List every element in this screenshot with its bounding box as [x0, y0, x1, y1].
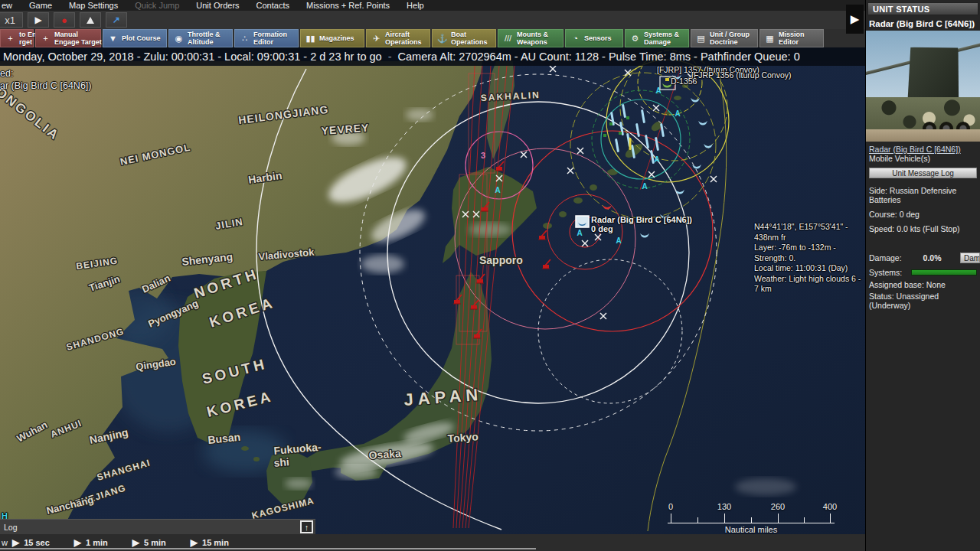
toolbar-button-unit-group-doctrine[interactable]: ▤Unit / GroupDoctrine [691, 29, 758, 47]
unit-status-panel: UNIT STATUS Radar (Big Bird C [64N6]) Ra… [865, 0, 980, 551]
menu-bar: ewGameMap SettingsQuick JumpUnit OrdersC… [0, 0, 865, 11]
selected-unit-icon[interactable] [576, 216, 589, 227]
facility-marker[interactable] [603, 134, 606, 137]
toolbar-icon: ▤ [694, 34, 707, 43]
unit-message-log-button[interactable]: Unit Message Log [869, 168, 977, 178]
play-arrow-icon[interactable]: ▶ [74, 537, 81, 548]
unit-subtitle: Mobile Vehicle(s) [866, 154, 980, 166]
menu-item-unit-orders[interactable]: Unit Orders [188, 1, 247, 10]
toolbar-icon: ⚓ [436, 34, 449, 43]
play-arrow-icon[interactable]: ▶ [12, 537, 19, 548]
toolbar-button-aircraft-operations[interactable]: ✈AircraftOperations [366, 29, 430, 47]
cursor-info-box: N44°41'18", E157°53'41" - 438nm fr Layer… [754, 222, 865, 295]
air-contact-mark[interactable]: A [616, 236, 621, 245]
scale-tick-260: 260 [771, 502, 785, 511]
scale-tick-0: 0 [668, 502, 673, 511]
toolbar-button-to-engage-rget[interactable]: +to Engagerget [0, 29, 34, 47]
place-label: shi [273, 455, 290, 469]
place-label: Osaka [368, 447, 401, 461]
unit-speed: Speed: 0.0 kts (Full Stop) [866, 221, 980, 236]
menu-item-ew[interactable]: ew [0, 1, 21, 10]
toolbar-icon: ⚙ [629, 34, 642, 43]
time-step-1-min[interactable]: 1 min [86, 538, 108, 547]
menu-item-help[interactable]: Help [398, 1, 433, 10]
toolbar-icon: ◔ [569, 34, 582, 43]
chevron-right-icon: ▶ [851, 12, 860, 26]
status-separator: - [382, 51, 398, 63]
toolbar-button-mounts-weapons[interactable]: ///Mounts &Weapons [498, 29, 564, 47]
toolbar-icon: ◉ [172, 34, 185, 43]
toolbar-label: ManualEngage Target [54, 31, 102, 46]
scale-unit-label: Nautical miles [668, 525, 835, 534]
menu-item-missions-ref-points[interactable]: Missions + Ref. Points [298, 1, 398, 10]
toolbar-icon: /// [501, 34, 514, 43]
main-toolbar: +to Engagerget+ManualEngage Target▼Plot … [0, 29, 865, 47]
menu-item-contacts[interactable]: Contacts [248, 1, 298, 10]
toolbar-button-formation-editor[interactable]: ∴FormationEditor [234, 29, 299, 47]
photo-ground [866, 129, 980, 142]
facility-marker[interactable] [626, 116, 629, 119]
damage-label: Damage: [869, 253, 902, 262]
camera-status-text: Camera Alt: 2702964m - AU Count: 1128 - … [398, 51, 800, 63]
record-button[interactable]: ● [54, 12, 75, 28]
toolbar-button-sensors[interactable]: ◔Sensors [565, 29, 623, 47]
message-log-bar[interactable]: Log ↑ [0, 519, 315, 534]
place-label: Tokyo [447, 430, 479, 445]
toolbar-icon: ▼ [106, 34, 119, 43]
unit-link[interactable]: Radar (Big Bird C [64N6]) [866, 142, 980, 154]
log-label: Log [4, 523, 18, 532]
unit-photo [866, 31, 980, 142]
toolbar-icon: + [4, 34, 17, 43]
facility-marker[interactable] [619, 132, 622, 135]
unit-status-header: UNIT STATUS [867, 2, 978, 15]
camera-button[interactable] [80, 12, 101, 28]
toolbar-label: Throttle &Altitude [188, 31, 220, 46]
time-step-15-min[interactable]: 15 min [202, 538, 229, 547]
map-svg: MONGOLIAHEILONGJIANGYEVREYNEI MONGOLHarb… [0, 0, 865, 551]
damage-button[interactable]: Dam [960, 253, 980, 263]
facility-marker[interactable] [609, 122, 612, 126]
air-contact-mark[interactable]: A [495, 186, 500, 194]
blue-arrow-icon: ↗ [113, 15, 120, 25]
air-contact-mark[interactable]: A [654, 155, 659, 164]
toolbar-button-mission-editor[interactable]: ▦MissionEditor [760, 29, 824, 47]
stage-light-icon [87, 17, 94, 24]
toolbar-label: Sensors [584, 34, 612, 42]
toolbar-icon: ∴ [238, 34, 251, 43]
play-button[interactable]: ▶ [28, 12, 49, 28]
bottom-divider [0, 548, 536, 549]
menu-item-map-settings[interactable]: Map Settings [60, 1, 126, 10]
air-contact-mark[interactable]: A [675, 109, 680, 118]
toolbar-label: FormationEditor [253, 31, 287, 46]
unit-title: Radar (Big Bird C [64N6]) [866, 15, 980, 31]
toolbar-button-throttle-altitude[interactable]: ◉Throttle &Altitude [168, 29, 233, 47]
log-expand-button[interactable]: ↑ [300, 520, 313, 533]
panel-expander-button[interactable]: ▶ [846, 5, 864, 34]
time-step-5-min[interactable]: 5 min [144, 538, 166, 547]
time-step-15-sec[interactable]: 15 sec [24, 538, 50, 547]
neutral-ship-marker[interactable] [629, 138, 632, 150]
record-icon: ● [61, 15, 67, 26]
selected-unit-label: Radar (Big Bird C [64N6]) 0 deg [591, 215, 692, 233]
app-window: MONGOLIAHEILONGJIANGYEVREYNEI MONGOLHarb… [0, 0, 980, 551]
play-arrow-icon[interactable]: ▶ [132, 537, 139, 548]
time-compression-display[interactable]: x1 [0, 12, 23, 28]
air-contact-mark[interactable]: A [642, 182, 647, 191]
play-arrow-icon[interactable]: ▶ [191, 537, 198, 548]
unit-side: Side: Russian Defensive Batteries [866, 183, 980, 207]
menu-item-quick-jump[interactable]: Quick Jump [126, 1, 188, 10]
toolbar-button-plot-course[interactable]: ▼Plot Course [103, 29, 167, 47]
transport-bar: x1 ▶ ● ↗ [0, 11, 865, 29]
air-contact-mark[interactable]: A [577, 229, 582, 237]
toolbar-button-systems-damage[interactable]: ⚙Systems &Damage [625, 29, 689, 47]
scale-line [668, 514, 835, 523]
map-viewport[interactable]: MONGOLIAHEILONGJIANGYEVREYNEI MONGOLHarb… [0, 0, 865, 551]
menu-item-game[interactable]: Game [21, 1, 60, 10]
toolbar-label: Mounts &Weapons [517, 31, 548, 46]
toolbar-button-manual-engage-target[interactable]: +ManualEngage Target [35, 29, 101, 47]
toolbar-label: Unit / GroupDoctrine [710, 31, 750, 46]
toolbar-label: Plot Course [122, 34, 161, 42]
toolbar-button-magazines[interactable]: ▮▮Magazines [300, 29, 364, 47]
toolbar-button-boat-operations[interactable]: ⚓BoatOperations [432, 29, 496, 47]
pointer-button[interactable]: ↗ [106, 12, 127, 28]
